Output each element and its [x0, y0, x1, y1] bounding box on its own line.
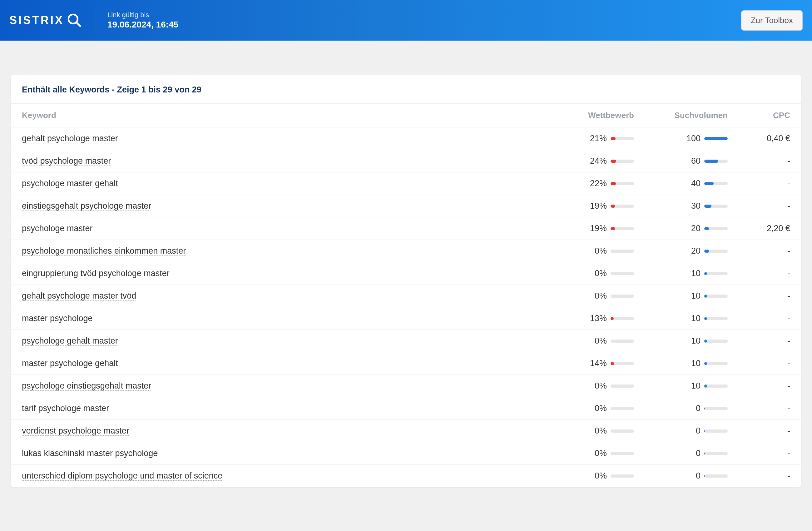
keyword-cell: psychologe monatliches einkommen master	[11, 240, 557, 262]
volume-cell: 0	[645, 420, 739, 442]
keyword-cell: einstiegsgehalt psychologe master	[11, 195, 557, 217]
competition-cell: 0%	[557, 240, 645, 262]
keyword-link[interactable]: verdienst psychologe master	[22, 426, 129, 436]
keyword-link[interactable]: tarif psychologe master	[22, 404, 109, 413]
keyword-link[interactable]: psychologe einstiegsgehalt master	[22, 381, 151, 391]
volume-cell: 0	[645, 397, 739, 420]
competition-bar	[611, 205, 634, 208]
keyword-link[interactable]: lukas klaschinski master psychologe	[22, 448, 158, 458]
competition-cell: 14%	[557, 352, 645, 375]
cpc-cell: -	[739, 240, 801, 262]
volume-value: 10	[691, 359, 700, 368]
volume-cell: 60	[645, 150, 739, 172]
volume-bar	[704, 340, 728, 343]
competition-value: 0%	[595, 246, 607, 256]
keyword-cell: eingruppierung tvöd psychologe master	[11, 262, 557, 285]
competition-bar	[611, 407, 634, 410]
keyword-link[interactable]: psychologe master gehalt	[22, 179, 118, 188]
volume-cell: 40	[645, 172, 739, 195]
competition-cell: 0%	[557, 465, 645, 487]
competition-value: 19%	[590, 201, 607, 211]
table-row: lukas klaschinski master psychologe0%0-	[11, 442, 801, 465]
competition-value: 0%	[595, 426, 607, 436]
brand-logo[interactable]: SISTRIX	[9, 13, 82, 28]
volume-cell: 10	[645, 330, 739, 352]
competition-cell: 0%	[557, 397, 645, 420]
competition-value: 13%	[590, 314, 607, 323]
table-row: verdienst psychologe master0%0-	[11, 420, 801, 442]
volume-bar	[704, 272, 728, 275]
keyword-cell: tarif psychologe master	[11, 397, 557, 420]
keyword-link[interactable]: tvöd psychologe master	[22, 156, 111, 166]
competition-value: 21%	[590, 134, 607, 143]
volume-value: 40	[691, 179, 700, 188]
keyword-link[interactable]: master psychologe gehalt	[22, 359, 118, 368]
cpc-cell: -	[739, 420, 801, 442]
volume-bar	[704, 430, 728, 433]
link-validity-label: Link gültig bis	[107, 11, 178, 19]
vertical-divider	[95, 9, 95, 31]
keyword-cell: tvöd psychologe master	[11, 150, 557, 172]
cpc-cell: -	[739, 352, 801, 375]
competition-cell: 19%	[557, 195, 645, 217]
competition-bar	[611, 385, 634, 388]
volume-bar	[704, 295, 728, 298]
cpc-cell: 0,40 €	[739, 127, 801, 150]
volume-bar	[704, 385, 728, 388]
volume-cell: 0	[645, 465, 739, 487]
competition-bar	[611, 295, 634, 298]
column-header-volume[interactable]: Suchvolumen	[645, 104, 739, 127]
competition-value: 0%	[595, 269, 607, 278]
competition-value: 14%	[590, 359, 607, 368]
cpc-cell: -	[739, 307, 801, 330]
competition-cell: 22%	[557, 172, 645, 195]
volume-cell: 10	[645, 352, 739, 375]
table-row: tarif psychologe master0%0-	[11, 397, 801, 420]
table-row: master psychologe13%10-	[11, 307, 801, 330]
keyword-link[interactable]: gehalt psychologe master tvöd	[22, 291, 136, 301]
column-header-keyword[interactable]: Keyword	[11, 104, 557, 127]
volume-value: 0	[696, 426, 700, 436]
volume-cell: 10	[645, 375, 739, 397]
competition-cell: 21%	[557, 127, 645, 150]
competition-bar	[611, 362, 634, 365]
competition-cell: 13%	[557, 307, 645, 330]
volume-value: 10	[691, 269, 700, 278]
keyword-cell: psychologe master gehalt	[11, 172, 557, 195]
volume-cell: 10	[645, 307, 739, 330]
keyword-cell: verdienst psychologe master	[11, 420, 557, 442]
column-header-competition[interactable]: Wettbewerb	[557, 104, 645, 127]
competition-bar	[611, 160, 634, 163]
competition-value: 22%	[590, 179, 607, 188]
table-row: psychologe gehalt master0%10-	[11, 330, 801, 352]
competition-bar	[611, 137, 634, 140]
header-bar: SISTRIX Link gültig bis 19.06.2024, 16:4…	[0, 0, 812, 41]
competition-value: 0%	[595, 381, 607, 391]
table-row: eingruppierung tvöd psychologe master0%1…	[11, 262, 801, 285]
keyword-link[interactable]: psychologe monatliches einkommen master	[22, 246, 186, 256]
column-header-cpc[interactable]: CPC	[739, 104, 801, 127]
cpc-cell: -	[739, 465, 801, 487]
keyword-link[interactable]: eingruppierung tvöd psychologe master	[22, 269, 170, 278]
keyword-cell: unterschied diplom psychologe und master…	[11, 465, 557, 487]
table-row: psychologe master19%202,20 €	[11, 217, 801, 240]
keyword-link[interactable]: master psychologe	[22, 314, 93, 323]
volume-bar	[704, 227, 728, 230]
competition-cell: 0%	[557, 420, 645, 442]
keyword-link[interactable]: psychologe master	[22, 224, 93, 233]
cpc-cell: -	[739, 285, 801, 307]
table-row: unterschied diplom psychologe und master…	[11, 465, 801, 487]
cpc-cell: -	[739, 195, 801, 217]
volume-cell: 20	[645, 240, 739, 262]
table-row: psychologe monatliches einkommen master0…	[11, 240, 801, 262]
volume-bar	[704, 182, 728, 185]
keyword-link[interactable]: gehalt psychologe master	[22, 134, 118, 143]
keyword-link[interactable]: unterschied diplom psychologe und master…	[22, 471, 222, 481]
link-validity-value: 19.06.2024, 16:45	[107, 20, 178, 30]
volume-cell: 30	[645, 195, 739, 217]
keyword-link[interactable]: einstiegsgehalt psychologe master	[22, 201, 151, 211]
keyword-cell: psychologe gehalt master	[11, 330, 557, 352]
toolbox-button[interactable]: Zur Toolbox	[741, 10, 803, 31]
competition-bar	[611, 340, 634, 343]
keyword-link[interactable]: psychologe gehalt master	[22, 336, 118, 346]
